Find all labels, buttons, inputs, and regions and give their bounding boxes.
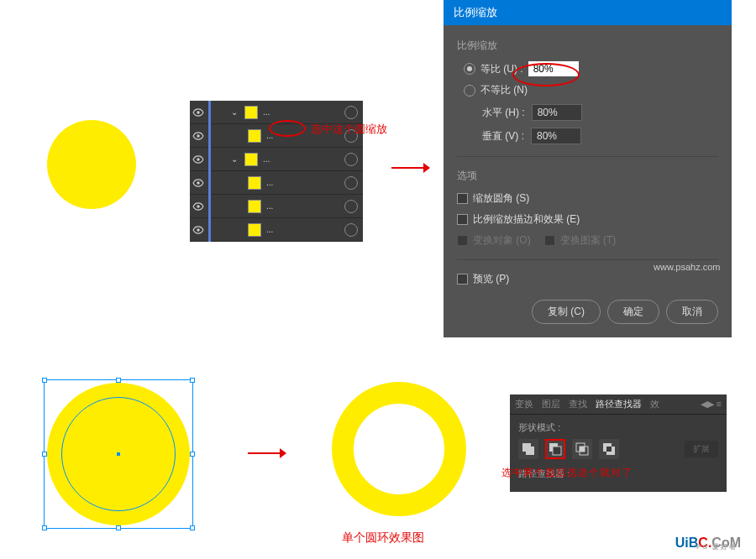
svg-rect-16 (580, 447, 585, 452)
svg-point-4 (197, 205, 200, 208)
nonuniform-label: 不等比 (N) (480, 83, 528, 97)
preview-label: 预览 (P) (473, 272, 509, 286)
horizontal-label: 水平 (H) : (482, 106, 525, 120)
vertical-label: 垂直 (V) : (482, 129, 524, 144)
vertical-input[interactable] (531, 128, 581, 144)
arrow-right-icon (248, 445, 286, 465)
svg-rect-11 (526, 447, 534, 455)
svg-marker-7 (423, 163, 430, 173)
unite-icon[interactable] (518, 439, 538, 459)
layer-swatch (248, 223, 261, 237)
tab-pathfinder[interactable]: 路径查找器 (596, 398, 642, 410)
visibility-icon[interactable] (190, 222, 207, 238)
scale-corners-label: 缩放圆角 (S) (473, 191, 529, 206)
cancel-button[interactable]: 取消 (666, 300, 718, 324)
horizontal-input[interactable] (532, 104, 582, 121)
svg-point-3 (197, 181, 200, 185)
minus-front-icon[interactable] (545, 439, 565, 459)
svg-rect-13 (553, 447, 561, 455)
layer-swatch (248, 200, 261, 213)
target-icon[interactable] (344, 176, 358, 190)
layer-swatch (244, 106, 258, 119)
tab-transform[interactable]: 变换 (515, 398, 533, 410)
intersect-icon[interactable] (572, 439, 592, 459)
layer-row[interactable]: ⌄ ... (190, 148, 363, 171)
transform-objects-checkbox (457, 235, 468, 246)
scale-group-label: 比例缩放 (457, 39, 718, 53)
highlight-oval (512, 63, 580, 86)
visibility-icon[interactable] (190, 128, 207, 144)
ok-button[interactable]: 确定 (607, 300, 659, 324)
svg-point-0 (197, 111, 200, 114)
highlight-oval (269, 120, 306, 137)
scale-corners-checkbox[interactable] (457, 193, 468, 204)
layer-swatch (248, 129, 261, 143)
tab-layers[interactable]: 图层 (542, 398, 560, 410)
expand-icon[interactable]: ⌄ (228, 107, 241, 117)
visibility-icon[interactable] (190, 104, 207, 121)
exclude-icon[interactable] (599, 439, 619, 459)
two-circles-selected (47, 383, 190, 525)
ring-result (332, 382, 466, 516)
layer-row[interactable]: ... (190, 218, 363, 242)
svg-point-2 (197, 158, 200, 161)
watermark-url: www.psahz.com (654, 262, 720, 272)
layer-swatch (244, 153, 258, 166)
layer-swatch (248, 176, 261, 190)
visibility-icon[interactable] (190, 151, 207, 168)
layer-row[interactable]: ... (190, 195, 363, 218)
expand-icon[interactable]: ⌄ (228, 154, 241, 164)
target-icon[interactable] (344, 153, 358, 166)
target-icon[interactable] (344, 200, 358, 213)
target-icon[interactable] (344, 223, 358, 237)
svg-rect-19 (606, 447, 612, 452)
expand-button[interactable]: 扩展 (685, 441, 718, 457)
visibility-icon[interactable] (190, 175, 207, 191)
scale-dialog: 比例缩放 比例缩放 等比 (U) : 不等比 (N) 水平 (H) : 垂直 (… (444, 0, 732, 337)
scale-strokes-label: 比例缩放描边和效果 (E) (473, 212, 580, 227)
svg-marker-9 (280, 448, 286, 458)
dialog-title: 比例缩放 (444, 0, 732, 25)
shape-modes-label: 形状模式 : (518, 421, 718, 434)
transform-patterns-checkbox (544, 235, 555, 246)
watermark-logo: UiBC.CoM PS 爱好者 (675, 535, 741, 551)
preview-checkbox[interactable] (457, 274, 468, 285)
yellow-circle-preview (47, 120, 136, 209)
transform-patterns-label: 变换图案 (T) (560, 233, 617, 248)
result-label: 单个圆环效果图 (342, 530, 424, 546)
visibility-icon[interactable] (190, 198, 207, 215)
copy-button[interactable]: 复制 (C) (532, 300, 601, 324)
layer-row[interactable]: ... (190, 171, 363, 195)
svg-point-5 (197, 228, 200, 232)
svg-point-1 (197, 134, 200, 138)
callout-select-circle: 选中这个圆缩放 (311, 122, 387, 137)
panel-menu-icon[interactable]: ◀▶ ≡ (701, 399, 722, 410)
tab-effects[interactable]: 效 (650, 398, 659, 410)
transform-objects-label: 变换对象 (O) (473, 233, 531, 248)
target-icon[interactable] (344, 106, 358, 119)
nonuniform-radio[interactable] (464, 85, 475, 97)
tab-find[interactable]: 查找 (569, 398, 587, 410)
callout-pathfinder: 选中两个圆后选这个就对了 (501, 466, 633, 480)
uniform-radio[interactable] (464, 63, 475, 75)
arrow-right-icon (391, 159, 430, 180)
scale-strokes-checkbox[interactable] (457, 214, 468, 225)
options-label: 选项 (457, 169, 718, 183)
